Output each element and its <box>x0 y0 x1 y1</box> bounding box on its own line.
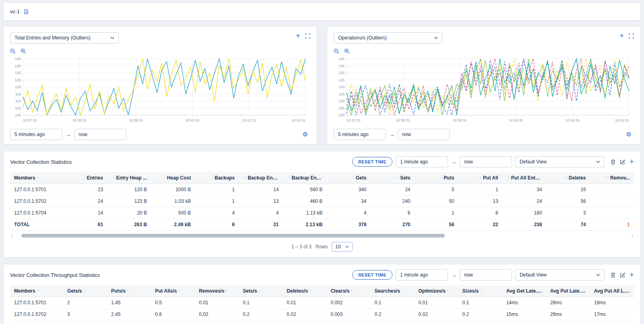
column-header[interactable]: Members^ <box>10 285 63 297</box>
line-chart[interactable]: 10010511011512012513013514010:37:3110:38… <box>334 56 634 125</box>
column-header[interactable]: Clears/s^ <box>326 285 370 297</box>
table-row[interactable]: 127.0.0.1:570121.450.50.010.10.010.0020.… <box>10 297 634 309</box>
column-header[interactable]: ^Sets <box>370 172 414 184</box>
table-time-from-input[interactable] <box>396 156 448 167</box>
table-cell: 8 <box>458 207 502 219</box>
svg-text:125: 125 <box>15 78 21 82</box>
add-chart-button[interactable]: + <box>296 33 300 39</box>
table-cell: 1 <box>590 219 634 231</box>
table-cell: 22 <box>458 219 502 231</box>
vector-collection-throughput-panel: Vector Collection Throughput Statistics … <box>3 264 641 324</box>
column-header[interactable]: Put Alls/s^ <box>151 285 195 297</box>
column-header[interactable]: ^Backups <box>195 172 239 184</box>
svg-text:10:40:31: 10:40:31 <box>509 118 523 122</box>
add-view-button[interactable]: + <box>630 272 634 278</box>
sort-caret-icon: ^ <box>480 176 481 180</box>
table-cell: 340 <box>326 184 370 196</box>
table-time-to-input[interactable] <box>460 269 512 281</box>
column-header[interactable]: ^Deletes <box>546 172 590 184</box>
table-cell: 20 B <box>107 207 151 219</box>
column-header[interactable]: Deletes/s^ <box>283 285 326 297</box>
zoom-out-button[interactable] <box>10 48 16 54</box>
column-header[interactable]: ^Remov... <box>590 172 634 184</box>
column-header[interactable]: ^Entries <box>63 172 107 184</box>
add-view-button[interactable]: + <box>630 159 634 165</box>
table-cell: 0.01 <box>458 320 502 324</box>
sort-caret-icon: ^ <box>84 289 85 293</box>
charts-row: Total Entries and Memory (Outliers) + <box>3 26 641 144</box>
document-button[interactable] <box>23 9 29 14</box>
table-row[interactable]: 127.0.0.1:570123120 B1000 B114560 B34024… <box>10 184 634 196</box>
edit-view-button[interactable] <box>620 159 625 165</box>
view-select-label: Default View <box>520 159 547 165</box>
column-header[interactable]: Sizes/s^ <box>458 285 502 297</box>
scroll-right-arrow[interactable]: › <box>631 233 634 237</box>
expand-chart-button[interactable] <box>629 33 634 39</box>
table-cell: 1 <box>415 207 458 219</box>
column-header[interactable]: ^Put All Entries <box>502 172 546 184</box>
reset-time-button[interactable]: RESET TIME <box>352 270 392 280</box>
column-header[interactable]: ^Gets <box>326 172 370 184</box>
column-header[interactable]: Members^ <box>10 172 63 184</box>
scrollbar-track[interactable] <box>15 234 629 237</box>
line-chart[interactable]: 10010511011512012513013514010:37:3110:38… <box>10 56 310 125</box>
table-time-to-input[interactable] <box>460 156 512 167</box>
column-header[interactable]: Gets/s^ <box>63 285 107 297</box>
table-row[interactable]: TOTAL61263 B2.49 kB6312.13 kB37827056222… <box>10 219 634 231</box>
table-row[interactable]: 127.0.0.1:57041420 B500 B441.13 kB461818… <box>10 207 634 219</box>
time-from-input[interactable] <box>10 129 62 140</box>
zoom-in-button[interactable] <box>21 48 26 54</box>
column-header[interactable]: Avg Get Late...^ <box>502 285 546 297</box>
table-cell: 4 <box>239 207 283 219</box>
chart-metric-select[interactable]: Total Entries and Memory (Outliers) <box>10 32 119 43</box>
zoom-in-button[interactable] <box>344 48 350 54</box>
column-header[interactable]: ^Heap Cost <box>151 172 195 184</box>
view-select[interactable]: Default View <box>515 269 605 281</box>
table-cell: 127.0.0.1:5704 <box>10 207 63 219</box>
sort-caret-icon: ^ <box>397 176 398 180</box>
column-header[interactable]: ^Backup Entr... <box>283 172 326 184</box>
column-header[interactable]: ^Entry Heap ... <box>107 172 151 184</box>
table-time-from-input[interactable] <box>396 269 448 281</box>
column-header[interactable]: Removes/s^ <box>195 285 239 297</box>
chart-metric-select[interactable]: Operations/s (Outliers) <box>334 32 442 43</box>
column-header[interactable]: ^Put All <box>458 172 502 184</box>
column-header[interactable]: Optimizes/s^ <box>415 285 458 297</box>
column-header[interactable]: ^Backup Entri... <box>239 172 283 184</box>
chart-settings-button[interactable]: ⚙ <box>624 130 634 138</box>
edit-icon <box>620 159 625 165</box>
time-to-input[interactable] <box>74 129 126 140</box>
page-size-select[interactable]: 10 <box>332 242 353 252</box>
delete-view-button[interactable] <box>610 159 616 165</box>
delete-view-button[interactable] <box>610 272 616 278</box>
arrow-right-icon: → <box>389 132 394 138</box>
table-cell <box>590 196 634 207</box>
table-row[interactable]: 127.0.0.1:570224123 B1.03 kB113460 B3424… <box>10 196 634 207</box>
column-header[interactable]: ^Puts <box>415 172 458 184</box>
column-header[interactable]: Avg Put All L...^ <box>590 285 634 297</box>
edit-view-button[interactable] <box>620 272 625 278</box>
time-from-input[interactable] <box>334 129 386 140</box>
sort-caret-icon: ^ <box>37 289 39 293</box>
chart-settings-button[interactable]: ⚙ <box>300 130 310 138</box>
add-chart-button[interactable]: + <box>619 33 624 39</box>
time-to-input[interactable] <box>398 129 450 140</box>
column-header[interactable]: Searches/s^ <box>370 285 414 297</box>
column-header[interactable]: Puts/s^ <box>107 285 151 297</box>
view-select[interactable]: Default View <box>515 156 605 167</box>
scrollbar-thumb[interactable] <box>21 234 445 237</box>
column-header[interactable]: Sets/s^ <box>239 285 283 297</box>
table-cell: 378 <box>326 219 370 231</box>
zoom-out-button[interactable] <box>334 48 339 54</box>
column-header[interactable]: Avg Put Late...^ <box>546 285 590 297</box>
arrow-right-icon: → <box>451 159 456 165</box>
table-cell: 1000 B <box>151 184 195 196</box>
expand-chart-button[interactable] <box>305 33 310 39</box>
reset-time-button[interactable]: RESET TIME <box>352 157 392 167</box>
top-bar: vc-1 <box>3 2 641 21</box>
scroll-left-arrow[interactable]: ‹ <box>10 233 13 237</box>
table-row[interactable]: 127.0.0.1:570410.450.050.0010.010.00100.… <box>10 320 634 324</box>
table-cell: TOTAL <box>10 219 63 231</box>
sort-caret-icon: ^ <box>226 289 228 293</box>
table-row[interactable]: 127.0.0.1:570232.450.60.020.20.020.0030.… <box>10 309 634 320</box>
